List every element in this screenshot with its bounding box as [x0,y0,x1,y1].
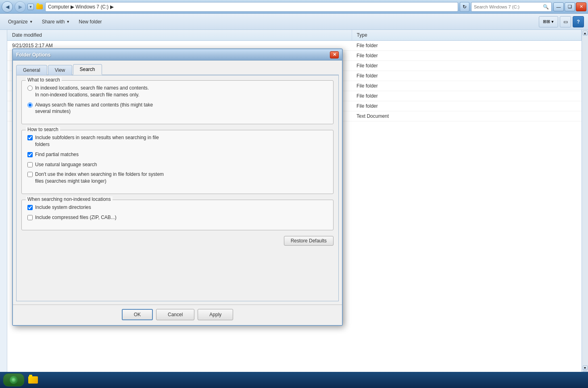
tabs-container: General View Search [16,64,339,75]
taskbar [0,372,588,388]
back-button[interactable]: ◀ [2,1,13,13]
checkbox-compressed: Include compressed files (ZIP, CAB...) [27,214,327,221]
what-to-search-group: What to search In indexed locations, sea… [21,80,334,124]
cell-type: File folder [352,51,581,61]
preview-icon: ▭ [563,19,568,25]
radio-option-1: In indexed locations, search file names … [27,85,327,98]
close-window-button[interactable]: ✕ [576,2,586,11]
checkbox-subfolders: Include subfolders in search results whe… [27,134,327,148]
dialog-close-button[interactable]: ✕ [330,51,339,58]
restore-button[interactable]: ❑ [565,2,575,11]
checkbox-system-dirs: Include system directories [27,204,327,211]
search-box[interactable]: 🔍 [471,2,552,12]
how-to-search-label: How to search [26,127,60,132]
toolbar-right: ⊞⊞ ▼ ▭ ? [539,16,584,27]
taskbar-explorer-icon[interactable] [26,373,40,386]
organize-button[interactable]: Organize ▼ [4,16,37,28]
apply-button[interactable]: Apply [198,309,233,320]
refresh-button[interactable]: ↻ [460,2,469,12]
scrollbar[interactable]: ▲ ▼ ▶ [582,30,588,379]
ok-button[interactable]: OK [122,309,153,320]
folder-options-dialog: Folder Options ✕ General View Search Wha… [12,48,343,326]
no-index-checkbox[interactable] [27,172,33,177]
no-index-label[interactable]: Don't use the index when searching in fi… [35,171,164,185]
cell-type: File folder [352,91,581,101]
help-icon: ? [577,19,580,25]
include-system-dirs-label[interactable]: Include system directories [35,204,91,211]
include-subfolders-label[interactable]: Include subfolders in search results whe… [35,134,159,148]
search-input[interactable] [474,4,541,9]
include-system-dirs-checkbox[interactable] [27,205,33,210]
sidebar [0,30,7,379]
col-date-modified[interactable]: Date modified [7,30,352,41]
tab-view[interactable]: View [48,65,72,75]
cell-type: File folder [352,61,581,71]
radio-indexed-locations[interactable] [27,86,33,91]
cell-type: Text Document [352,111,581,121]
how-to-search-group: How to search Include subfolders in sear… [21,130,334,194]
cell-type: File folder [352,71,581,81]
what-to-search-label: What to search [26,77,62,83]
radio2-label[interactable]: Always search file names and contents (t… [35,102,153,115]
dropdown-button[interactable]: ▼ [27,4,34,10]
checkbox-partial-matches: Find partial matches [27,151,327,158]
search-tab-content: What to search In indexed locations, sea… [16,75,339,301]
non-indexed-label: When searching non-indexed locations [26,196,113,202]
folder-icon [28,376,38,384]
restore-defaults-button[interactable]: Restore Defaults [284,236,334,246]
cancel-button[interactable]: Cancel [156,309,194,320]
address-bar[interactable]: Computer ▶ Windows 7 (C:) ▶ [45,2,458,12]
dialog-title-bar: Folder Options ✕ [13,49,342,60]
minimize-button[interactable]: — [553,2,564,11]
tab-general[interactable]: General [16,65,47,75]
dialog-body: General View Search What to search In in… [13,60,342,305]
new-folder-button[interactable]: New folder [75,16,106,28]
views-dropdown-button[interactable]: ⊞⊞ ▼ [539,16,558,27]
forward-button[interactable]: ▶ [15,1,26,13]
share-with-button[interactable]: Share with ▼ [38,16,74,28]
organize-arrow-icon: ▼ [29,20,33,24]
find-partial-matches-label[interactable]: Find partial matches [35,151,79,158]
non-indexed-group: When searching non-indexed locations Inc… [21,200,334,230]
radio1-label[interactable]: In indexed locations, search file names … [35,85,149,98]
share-arrow-icon: ▼ [66,20,70,24]
include-subfolders-checkbox[interactable] [27,135,33,140]
tab-search[interactable]: Search [73,64,102,75]
checkbox-no-index: Don't use the index when searching in fi… [27,171,327,185]
preview-pane-button[interactable]: ▭ [560,16,571,27]
radio-option-2: Always search file names and contents (t… [27,102,327,115]
radio-always-search[interactable] [27,102,33,108]
cell-type: File folder [352,81,581,91]
include-compressed-checkbox[interactable] [27,215,33,220]
start-button[interactable] [3,373,24,386]
address-folder-icon [35,3,44,11]
window-controls: — ❑ ✕ [553,2,586,11]
views-icon: ⊞⊞ [543,19,550,24]
natural-language-label[interactable]: Use natural language search [35,161,97,168]
cell-type: File folder [352,101,581,111]
cell-type: File folder [352,41,581,51]
dialog-title: Folder Options [16,52,330,58]
include-compressed-label[interactable]: Include compressed files (ZIP, CAB...) [35,214,117,221]
toolbar: Organize ▼ Share with ▼ New folder ⊞⊞ ▼ … [0,14,588,30]
find-partial-matches-checkbox[interactable] [27,152,33,157]
natural-language-checkbox[interactable] [27,162,33,167]
address-path: Computer ▶ Windows 7 (C:) ▶ [48,4,114,10]
checkbox-natural-language: Use natural language search [27,161,327,168]
dialog-footer: OK Cancel Apply [13,305,342,325]
search-icon: 🔍 [543,4,549,10]
help-button[interactable]: ? [573,16,584,27]
views-arrow: ▼ [551,20,555,24]
col-type[interactable]: Type [352,30,581,41]
